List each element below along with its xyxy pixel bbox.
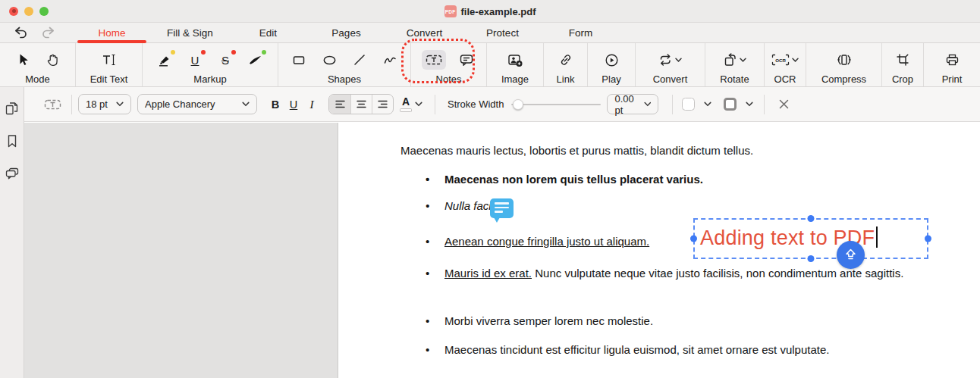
underline-glyph: U [191, 54, 199, 67]
link-icon [559, 53, 573, 67]
underline-button[interactable]: U [284, 95, 303, 114]
toolbar-group-mode: Mode [0, 43, 76, 86]
tab-form[interactable]: Form [542, 23, 620, 43]
group-label-crop: Crop [892, 73, 913, 85]
align-right-button[interactable] [372, 95, 393, 114]
line-icon [353, 53, 366, 67]
tab-convert[interactable]: Convert [385, 23, 463, 43]
printer-icon [945, 53, 960, 67]
stroke-width-slider[interactable] [511, 99, 601, 110]
hand-mode-button[interactable] [43, 50, 63, 70]
highlight-button[interactable] [155, 50, 174, 70]
toolbar-group-shapes: Shapes [278, 43, 411, 86]
group-label-rotate: Rotate [720, 73, 749, 85]
group-label-markup: Markup [193, 73, 226, 85]
align-left-button[interactable] [329, 95, 350, 114]
text-style-button[interactable] [837, 241, 865, 269]
strikethrough-color-dot [231, 50, 236, 55]
note-line [495, 211, 503, 213]
border-color-chevron-icon[interactable] [746, 102, 753, 107]
align-center-button[interactable] [350, 95, 372, 114]
tab-protect[interactable]: Protect [463, 23, 542, 43]
crop-button[interactable] [893, 50, 912, 70]
line-shape-button[interactable] [350, 50, 369, 70]
text-cursor [876, 226, 878, 248]
undo-button[interactable] [11, 24, 30, 41]
toolbar-group-rotate: Rotate [705, 43, 765, 86]
note-line [495, 202, 509, 205]
compress-button[interactable] [834, 50, 854, 70]
slider-handle[interactable] [513, 99, 523, 110]
ocr-button[interactable]: OCR [771, 50, 799, 70]
insert-image-button[interactable] [505, 50, 525, 70]
font-size-dropdown[interactable]: 18 pt [78, 94, 131, 114]
freehand-shape-button[interactable] [380, 50, 400, 70]
stroke-width-dropdown[interactable]: 0.00 pt [607, 94, 658, 114]
edit-text-icon [102, 53, 117, 67]
rotate-chevron-icon [740, 58, 746, 62]
document-viewport[interactable]: Maecenas mauris lectus, lobortis et puru… [24, 123, 980, 378]
chevron-down-icon [415, 102, 422, 107]
resize-handle-top[interactable] [808, 215, 815, 222]
fill-color-chevron-icon[interactable] [704, 102, 711, 107]
bullet-item: Maecenas non lorem quis tellus placerat … [444, 171, 945, 189]
tab-pages[interactable]: Pages [307, 23, 385, 43]
bold-button[interactable]: B [266, 95, 284, 114]
group-label-image: Image [501, 73, 529, 85]
close-format-bar-button[interactable] [775, 96, 792, 113]
text-align-group [328, 94, 394, 114]
toolbar-group-print: Print [924, 43, 980, 86]
pen-markup-button[interactable] [246, 50, 265, 70]
font-family-dropdown[interactable]: Apple Chancery [137, 94, 257, 114]
font-color-button[interactable]: A [400, 96, 422, 112]
print-button[interactable] [942, 50, 962, 70]
paragraph-intro: Maecenas mauris lectus, lobortis et puru… [400, 144, 753, 157]
select-mode-button[interactable] [13, 50, 33, 70]
bullet-text-underlined: Aenean congue fringilla justo ut aliquam… [444, 235, 649, 248]
resize-handle-bottom[interactable] [808, 255, 815, 262]
group-label-compress: Compress [821, 73, 866, 85]
resize-handle-right[interactable] [925, 236, 931, 242]
pen-color-dot [262, 50, 266, 55]
text-box-tool-button[interactable] [422, 50, 446, 70]
rectangle-shape-button[interactable] [289, 50, 309, 70]
tab-edit[interactable]: Edit [229, 23, 307, 43]
rotate-button[interactable] [722, 50, 748, 70]
toolbar-group-notes: Notes [411, 43, 487, 86]
resize-handle-left[interactable] [690, 236, 697, 242]
tab-fill-and-sign[interactable]: Fill & Sign [151, 23, 229, 43]
bookmarks-button[interactable] [5, 133, 20, 148]
border-color-swatch[interactable] [724, 98, 737, 111]
tab-home[interactable]: Home [73, 23, 151, 43]
font-color-glyph: A [402, 96, 410, 107]
convert-button[interactable] [658, 50, 683, 70]
note-annotation-icon[interactable] [490, 198, 514, 218]
edit-text-button[interactable] [99, 50, 119, 70]
bullet-item: Morbi viverra semper lorem nec molestie. [444, 313, 945, 330]
hand-icon [46, 53, 59, 67]
close-icon [779, 99, 789, 109]
ocr-icon: OCR [771, 54, 790, 66]
play-circle-icon [605, 53, 619, 67]
text-annotation-box[interactable]: Adding text to PDF [693, 218, 928, 259]
play-presentation-button[interactable] [602, 50, 621, 70]
italic-button[interactable]: I [303, 95, 321, 114]
annotations-button[interactable] [5, 166, 20, 181]
underline-markup-button[interactable]: U [185, 50, 205, 70]
ellipse-shape-button[interactable] [319, 50, 339, 70]
pdf-page[interactable]: Maecenas mauris lectus, lobortis et puru… [338, 123, 980, 378]
crop-icon [896, 53, 909, 67]
font-size-value: 18 pt [86, 98, 108, 110]
insert-link-button[interactable] [556, 50, 576, 70]
chevron-down-icon [242, 102, 250, 107]
strikethrough-markup-button[interactable]: S [215, 50, 235, 70]
comment-tool-button[interactable] [457, 50, 476, 70]
page-thumbnails-button[interactable] [5, 101, 20, 116]
comments-icon [5, 167, 20, 180]
group-label-mode: Mode [25, 73, 50, 85]
ellipse-icon [322, 53, 337, 67]
font-family-value: Apple Chancery [145, 98, 215, 110]
redo-button[interactable] [38, 24, 58, 41]
group-label-convert: Convert [653, 73, 688, 85]
fill-color-swatch[interactable] [682, 98, 695, 111]
